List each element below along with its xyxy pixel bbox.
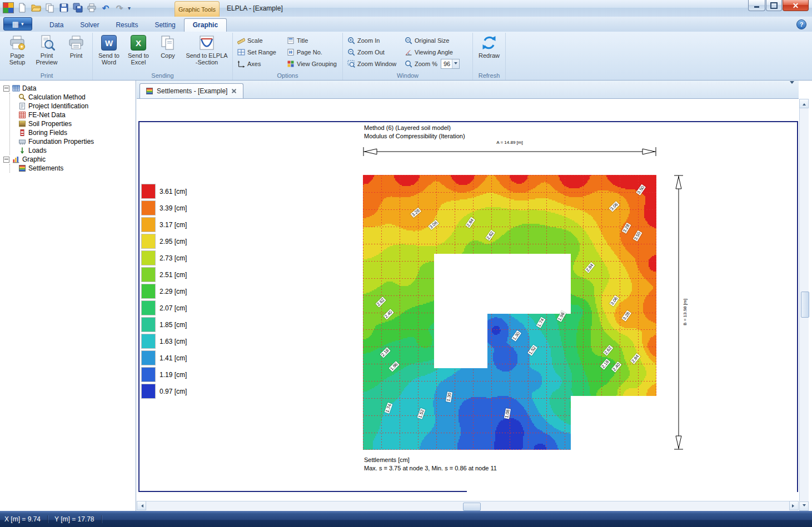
legend-swatch <box>142 284 155 298</box>
title-button[interactable]: Title <box>285 35 340 46</box>
maximize-icon <box>770 2 778 9</box>
horizontal-scrollbar-thumb[interactable] <box>463 503 481 511</box>
application-menu-button[interactable]: ▦ ▾ <box>3 17 32 31</box>
tree-item-calculation-method[interactable]: Calculation Method <box>10 93 136 102</box>
zoom-percent-combobox[interactable]: 96 <box>441 59 460 69</box>
minimize-button[interactable] <box>748 0 765 11</box>
tree-item-soil-properties[interactable]: Soil Properties <box>10 119 136 128</box>
zoom-out-button[interactable]: Zoom Out <box>345 47 401 58</box>
legend-swatch <box>142 301 155 315</box>
print-preview-label: Print Preview <box>36 52 57 66</box>
zoom-window-button[interactable]: Zoom Window <box>345 58 401 69</box>
send-to-word-button[interactable]: W Send to Word <box>95 33 123 66</box>
contextual-tab-group-label[interactable]: Graphic Tools <box>175 1 220 17</box>
scroll-right-icon[interactable] <box>789 501 799 510</box>
close-button[interactable] <box>783 0 809 11</box>
data-icon <box>12 84 20 93</box>
page-no-button[interactable]: Page No. <box>285 47 340 58</box>
legend-item: 2.07 [cm] <box>142 301 187 315</box>
window-group-label: Window <box>345 72 470 80</box>
ribbon-tab-results[interactable]: Results <box>107 19 146 32</box>
zoom-in-icon <box>347 37 355 44</box>
word-icon: W <box>101 34 117 51</box>
redraw-button[interactable]: Redraw <box>475 33 503 59</box>
tree-item-label: Settlements <box>28 164 63 172</box>
help-button[interactable]: ? <box>796 19 806 29</box>
app-icon[interactable] <box>2 2 14 14</box>
settlement-contour-plot[interactable] <box>363 175 656 450</box>
project-tree-panel: DataCalculation MethodProject Identifica… <box>0 81 136 511</box>
horizontal-scrollbar[interactable] <box>137 501 799 510</box>
vertical-scrollbar-thumb[interactable] <box>801 292 809 318</box>
legend-label: 0.97 [cm] <box>160 388 187 395</box>
ribbon-tab-data[interactable]: Data <box>41 19 72 32</box>
view-grouping-button[interactable]: View Grouping <box>285 58 340 69</box>
tree-item-fe-net-data[interactable]: FE-Net Data <box>10 111 136 119</box>
tree-item-graphic[interactable]: Graphic <box>2 155 136 164</box>
refresh-group-label: Refresh <box>475 72 503 80</box>
send-to-elpla-section-button[interactable]: Send to ELPLA -Section <box>183 33 230 66</box>
tree-item-label: FE-Net Data <box>28 111 66 119</box>
copy-button[interactable] <box>44 2 56 14</box>
expand-collapse-icon[interactable] <box>3 86 9 92</box>
document-tab-settlements[interactable]: Settlements - [Example] <box>140 83 243 98</box>
print-preview-button[interactable]: Print Preview <box>33 33 61 66</box>
page-setup-button[interactable]: Page Setup <box>3 33 31 66</box>
copy-button[interactable]: Copy <box>154 33 182 59</box>
open-project-button[interactable] <box>30 2 42 14</box>
scroll-down-icon[interactable] <box>799 501 809 511</box>
tree-item-project-identification[interactable]: Project Identification <box>10 102 136 111</box>
undo-button[interactable]: ↶ <box>99 2 112 14</box>
legend-swatch <box>142 268 155 282</box>
set-range-button[interactable]: Set Range <box>235 47 283 58</box>
scroll-left-icon[interactable] <box>137 501 146 510</box>
new-document-button[interactable] <box>16 2 28 14</box>
view-grouping-icon <box>287 60 295 68</box>
tree-item-boring-fields[interactable]: Boring Fields <box>10 128 136 137</box>
save-all-button[interactable] <box>72 2 84 14</box>
ribbon-tab-solver[interactable]: Solver <box>72 19 107 32</box>
dimension-b-label: B = 13.98 [m] <box>683 299 688 325</box>
send-to-excel-button[interactable]: X Send to Excel <box>124 33 152 66</box>
zoom-in-button[interactable]: Zoom In <box>345 35 401 46</box>
print-button[interactable] <box>86 2 98 14</box>
tab-list-dropdown-icon[interactable] <box>790 84 794 94</box>
qat-dropdown-icon[interactable]: ▾ <box>128 5 131 11</box>
print-icon <box>68 34 84 51</box>
ribbon-tab-graphic[interactable]: Graphic <box>184 18 227 32</box>
excel-icon: X <box>131 34 146 51</box>
legend-swatch <box>142 351 155 365</box>
tab-close-icon[interactable] <box>231 88 238 95</box>
legend-label: 2.73 [cm] <box>160 254 187 262</box>
axes-button[interactable]: Axes <box>235 58 283 69</box>
original-size-button[interactable]: Original Size <box>402 35 470 46</box>
scale-button[interactable]: Scale <box>235 35 283 46</box>
viewing-angle-icon <box>405 48 412 56</box>
tree-item-settlements[interactable]: Settlements <box>10 164 136 173</box>
copy-label: Copy <box>161 52 175 59</box>
ribbon-tab-setting[interactable]: Setting <box>146 19 183 32</box>
app-menu-caret-icon: ▾ <box>21 21 24 27</box>
scroll-up-icon[interactable] <box>799 99 809 108</box>
tree-item-foundation-properties[interactable]: Foundation Properties <box>10 137 136 146</box>
status-bar: X [m] = 9.74 Y [m] = 17.78 <box>0 511 812 527</box>
expand-collapse-icon[interactable] <box>3 157 9 163</box>
page-no-icon <box>287 48 295 56</box>
tree-item-loads[interactable]: Loads <box>10 146 136 155</box>
ribbon-group-options: Scale Set Range Axes Title <box>233 33 343 80</box>
legend-label: 1.19 [cm] <box>160 371 187 379</box>
print-group-label: Print <box>3 72 90 80</box>
print-button[interactable]: Print <box>62 33 90 59</box>
legend-item: 3.61 [cm] <box>142 184 187 198</box>
maximize-button[interactable] <box>766 0 782 11</box>
legend-label: 1.63 [cm] <box>160 338 187 345</box>
viewing-angle-button[interactable]: Viewing Angle <box>402 47 470 58</box>
redraw-label: Redraw <box>479 52 500 59</box>
zoom-percent-dropdown-icon[interactable] <box>452 59 459 68</box>
redo-button[interactable]: ↷ <box>113 2 126 14</box>
legend-swatch <box>142 368 155 382</box>
tree-item-data[interactable]: Data <box>2 84 136 93</box>
ribbon-group-refresh: Redraw Refresh <box>473 33 506 80</box>
save-button[interactable] <box>58 2 70 14</box>
vertical-scrollbar[interactable] <box>799 99 809 511</box>
